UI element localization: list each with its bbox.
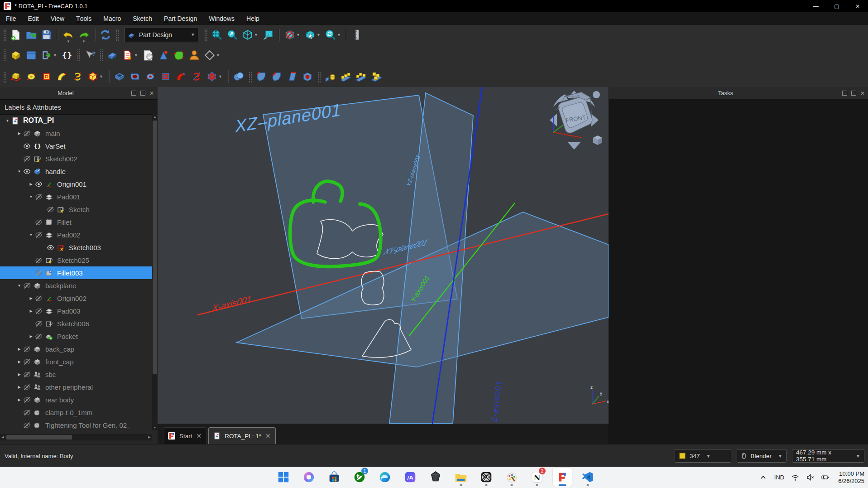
fillet-btn-button[interactable] bbox=[254, 69, 269, 84]
tree-item-backplane[interactable]: ▼backplane bbox=[0, 279, 152, 292]
chevron-up-icon[interactable] bbox=[759, 474, 767, 481]
close-icon[interactable]: ✕ bbox=[265, 432, 271, 440]
chamfer-button[interactable] bbox=[269, 69, 284, 84]
toolbar-grip[interactable] bbox=[77, 49, 80, 61]
tree-item-front-cap[interactable]: ▶front_cap bbox=[0, 355, 152, 368]
collapse-arrow-icon[interactable]: ▼ bbox=[27, 195, 35, 199]
tree-item-origin002[interactable]: ▶Origin002 bbox=[0, 292, 152, 304]
tree-item-pocket[interactable]: ▶Pocket bbox=[0, 330, 152, 343]
eye-hidden-icon[interactable] bbox=[23, 130, 34, 137]
eye-hidden-icon[interactable] bbox=[23, 345, 34, 353]
validate-button[interactable] bbox=[141, 48, 155, 63]
groove-button[interactable] bbox=[143, 69, 158, 84]
toolbar-grip[interactable] bbox=[317, 71, 321, 82]
clipping-button[interactable]: ▼ bbox=[283, 28, 302, 42]
eye-hidden-icon[interactable] bbox=[23, 383, 34, 391]
workbench-selector[interactable]: Part Design▼ bbox=[124, 28, 198, 42]
tree-item-fillet003[interactable]: Fillet003 bbox=[0, 266, 152, 279]
expand-arrow-icon[interactable]: ▶ bbox=[15, 372, 23, 377]
toolbar-grip[interactable] bbox=[204, 29, 207, 41]
expressions-button[interactable]: {} bbox=[60, 48, 74, 63]
save-file-button[interactable] bbox=[39, 28, 54, 42]
tree-item-origin001[interactable]: ▶Origin001 bbox=[0, 178, 152, 190]
collapse-arrow-icon[interactable]: ▼ bbox=[27, 233, 35, 237]
collapse-arrow-icon[interactable]: ▼ bbox=[4, 119, 11, 123]
tree-item-other-peripheral[interactable]: ▶other peripheral bbox=[0, 381, 152, 393]
eye-visible-icon[interactable] bbox=[23, 142, 34, 150]
tree-item-varset[interactable]: {}VarSet bbox=[0, 140, 152, 152]
cube-cursor-button[interactable]: ▼ bbox=[303, 28, 322, 42]
draft-button[interactable] bbox=[285, 69, 299, 84]
tree-item-sketch[interactable]: Sketch bbox=[0, 203, 152, 216]
export-link-button[interactable]: ▼ bbox=[39, 48, 59, 63]
sub-box-button[interactable]: ▼ bbox=[205, 69, 224, 84]
collapse-arrow-icon[interactable]: ▼ bbox=[15, 284, 23, 288]
eye-hidden-icon[interactable] bbox=[35, 320, 45, 328]
taskbar-camera-button[interactable] bbox=[477, 468, 496, 487]
eye-hidden-icon[interactable] bbox=[35, 295, 45, 302]
expand-arrow-icon[interactable]: ▶ bbox=[27, 182, 35, 186]
expand-arrow-icon[interactable]: ▶ bbox=[15, 385, 23, 389]
taskbar-xbox-button[interactable]: 1 bbox=[350, 468, 369, 487]
taskbar-ai-app-button[interactable]: /A bbox=[401, 468, 420, 487]
multitransform-button[interactable] bbox=[369, 69, 384, 84]
eye-visible-icon[interactable] bbox=[23, 168, 34, 175]
toolbar-grip[interactable] bbox=[248, 71, 252, 82]
pattern-polar-button[interactable] bbox=[354, 69, 368, 84]
add-pipe-button[interactable] bbox=[39, 69, 54, 84]
mesh-green-button[interactable] bbox=[172, 48, 186, 63]
dropdown-arrow-icon[interactable]: ▼ bbox=[67, 40, 70, 43]
pattern-linear-button[interactable] bbox=[338, 69, 353, 84]
layer-color-selector[interactable]: 347 ▼ bbox=[675, 449, 731, 463]
eye-hidden-icon[interactable] bbox=[35, 333, 45, 340]
hole-button[interactable] bbox=[128, 69, 142, 84]
add-helix-button[interactable] bbox=[70, 69, 85, 84]
boolean-button[interactable] bbox=[231, 69, 246, 84]
wifi-icon[interactable] bbox=[791, 474, 799, 481]
sketch-edit-button[interactable]: ▼ bbox=[120, 48, 140, 63]
diamond-button[interactable]: ▼ bbox=[202, 48, 222, 63]
3d-viewport[interactable]: XZ–plane001 YZ-plane001 XY-plane001 X-ax… bbox=[158, 87, 609, 444]
eye-hidden-icon[interactable] bbox=[35, 218, 45, 226]
dropdown-arrow-icon[interactable]: ▼ bbox=[53, 48, 58, 63]
taskbar-start-button[interactable] bbox=[274, 468, 293, 487]
tree-item-rear-body[interactable]: ▶rear body bbox=[0, 393, 152, 406]
axonometric-button[interactable]: ▼ bbox=[240, 28, 260, 42]
fit-all-button[interactable] bbox=[210, 28, 224, 42]
menu-item-sketch[interactable]: Sketch bbox=[127, 12, 158, 25]
taskbar-edge-button[interactable] bbox=[375, 468, 394, 487]
panel-close-icon[interactable]: ✕ bbox=[149, 91, 154, 96]
close-button[interactable]: ✕ bbox=[847, 0, 868, 12]
part-blue-button[interactable] bbox=[24, 48, 38, 63]
tree-item-pad003[interactable]: ▶Pad003 bbox=[0, 304, 152, 317]
expand-arrow-icon[interactable]: ▶ bbox=[15, 347, 23, 351]
expand-arrow-icon[interactable]: ▶ bbox=[15, 360, 23, 364]
datum-blue-button[interactable] bbox=[105, 48, 120, 63]
body-yellow-button[interactable] bbox=[9, 48, 23, 63]
eye-hidden-icon[interactable] bbox=[35, 269, 45, 277]
pad-button[interactable] bbox=[9, 69, 23, 84]
toolbar-grip[interactable] bbox=[115, 29, 119, 41]
scroll-right-icon[interactable]: ▶ bbox=[147, 435, 152, 439]
dropdown-arrow-icon[interactable]: ▼ bbox=[216, 48, 221, 63]
tree-item-sketch003[interactable]: Sketch003 bbox=[0, 241, 152, 254]
add-loft-button[interactable] bbox=[55, 69, 69, 84]
taskbar-store-button[interactable] bbox=[325, 468, 344, 487]
eye-hidden-icon[interactable] bbox=[23, 396, 34, 404]
panel-restore-icon[interactable] bbox=[131, 91, 136, 96]
taskbar-paint-button[interactable] bbox=[502, 468, 521, 487]
whatsthis-button[interactable]: ? bbox=[82, 48, 97, 63]
volume-muted-icon[interactable] bbox=[806, 474, 814, 481]
open-file-button[interactable] bbox=[24, 28, 38, 42]
tree-item-sketch006[interactable]: Sketch006 bbox=[0, 317, 152, 330]
zoom-selection-button[interactable] bbox=[225, 28, 240, 42]
dropdown-arrow-icon[interactable]: ▼ bbox=[82, 40, 86, 43]
menu-item-view[interactable]: View bbox=[45, 12, 70, 25]
appearance-button[interactable] bbox=[156, 48, 171, 63]
menu-item-windows[interactable]: Windows bbox=[203, 12, 240, 25]
eye-hidden-icon[interactable] bbox=[23, 282, 34, 290]
tree-item-fillet[interactable]: Fillet bbox=[0, 216, 152, 228]
expand-arrow-icon[interactable]: ▶ bbox=[27, 309, 35, 313]
sub-helix-button[interactable] bbox=[189, 69, 204, 84]
collapse-arrow-icon[interactable]: ▼ bbox=[15, 169, 23, 174]
